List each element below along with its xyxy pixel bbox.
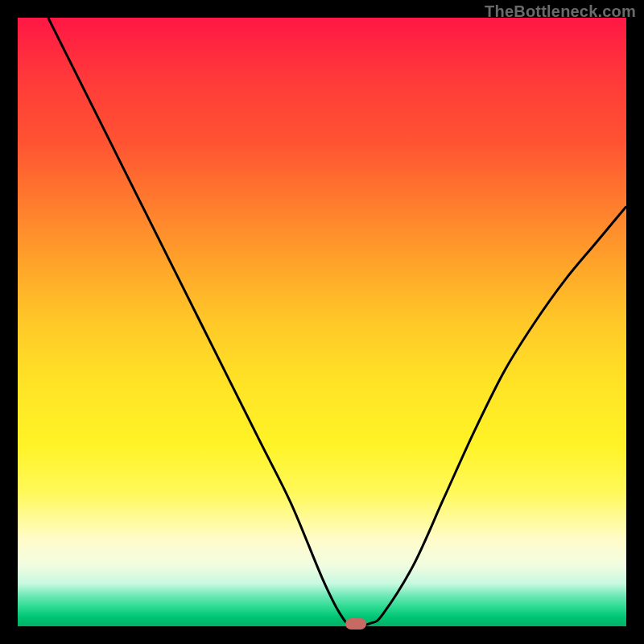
chart-canvas: TheBottleneck.com [0, 0, 644, 644]
optimal-marker [345, 618, 366, 630]
plot-area [18, 18, 626, 626]
bottleneck-curve [48, 18, 626, 626]
curve-svg [18, 18, 626, 626]
watermark-text: TheBottleneck.com [485, 2, 636, 21]
